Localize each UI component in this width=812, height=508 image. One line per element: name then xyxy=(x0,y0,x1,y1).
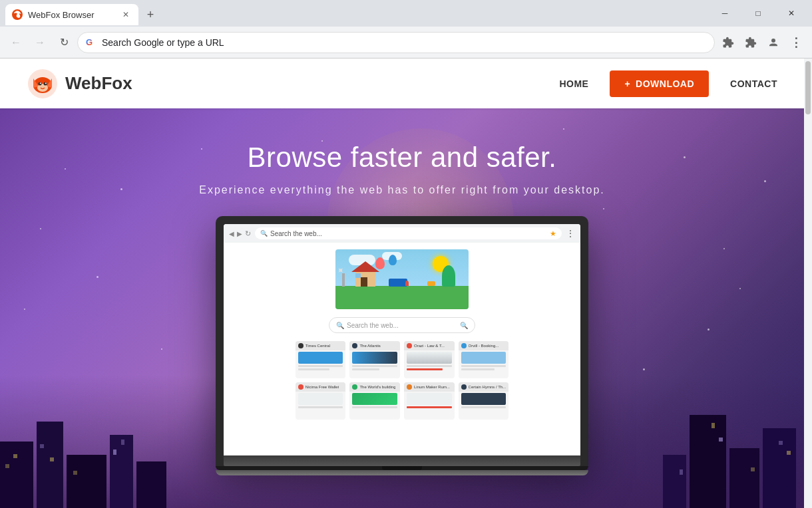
google-icon: G xyxy=(86,37,97,48)
minimize-button[interactable]: ─ xyxy=(710,3,740,24)
laptop-search-bar: 🔍 Search the web... 🔍 xyxy=(329,317,475,333)
illus-person xyxy=(405,281,409,286)
thumb-body-4 xyxy=(296,392,346,410)
laptop-nav: ◀ ▶ ↻ xyxy=(229,229,251,238)
thumb-line-3 xyxy=(352,365,397,367)
laptop-address-text: Search the web... xyxy=(270,230,322,237)
thumb-favicon-2 xyxy=(407,343,412,348)
maximize-button[interactable]: □ xyxy=(743,3,773,24)
laptop-forward-btn: ▶ xyxy=(237,230,242,237)
thumb-favicon-7 xyxy=(461,384,467,390)
thumb-line-2 xyxy=(298,368,329,370)
laptop-search-btn-icon: 🔍 xyxy=(460,322,468,329)
svg-point-6 xyxy=(39,82,42,85)
thumb-label-0: Times Central xyxy=(305,344,330,348)
laptop-mockup: ◀ ▶ ↻ 🔍 Search the web... ★ ⋮ xyxy=(216,216,588,475)
thumb-label-3: Orvill - Booking... xyxy=(469,344,499,348)
tab-bar: WebFox Browser ✕ + xyxy=(5,1,707,25)
thumb-header-2: Orazi - Law & T... xyxy=(404,341,455,350)
laptop-search-icon-inner: 🔍 xyxy=(336,322,344,329)
hero-subtext: Experience everything the web has to off… xyxy=(199,184,605,196)
thumb-item-0: Times Central xyxy=(296,341,346,378)
chrome-menu-icon[interactable]: ⋮ xyxy=(785,32,807,53)
close-button[interactable]: ✕ xyxy=(776,3,807,24)
thumb-image-6 xyxy=(407,393,452,405)
thumb-favicon xyxy=(298,343,304,348)
laptop-menu-icon: ⋮ xyxy=(566,228,575,239)
site-header: WebFox HOME + DOWNLOAD CONTACT xyxy=(0,59,804,108)
thumb-image-3 xyxy=(461,352,507,364)
thumb-col-2 xyxy=(407,352,452,370)
thumb-label-1: The Atlantis xyxy=(359,344,380,348)
thumb-item-6: Linum Maker Rum... xyxy=(404,382,455,420)
thumb-item-7: Certain Hymns / Th... xyxy=(459,382,509,420)
city-right xyxy=(663,402,796,508)
illus-animal xyxy=(427,281,435,286)
hero-text-container: Browse faster and safer. Experience ever… xyxy=(199,142,605,196)
forward-button[interactable]: → xyxy=(29,32,51,53)
thumb-item-2: Orazi - Law & T... xyxy=(404,341,455,378)
thumb-line-5 xyxy=(407,365,452,367)
thumb-col-3 xyxy=(461,352,507,370)
thumb-body-5 xyxy=(349,392,400,410)
illus-windmill xyxy=(342,273,345,287)
extensions-icon[interactable] xyxy=(717,32,739,53)
nav-contact-link[interactable]: CONTACT xyxy=(730,78,777,89)
window-controls: ─ □ ✕ xyxy=(710,3,807,24)
laptop-body: ◀ ▶ ↻ 🔍 Search the web... ★ ⋮ xyxy=(216,216,588,466)
logo-text: WebFox xyxy=(65,73,132,94)
reload-button[interactable]: ↻ xyxy=(53,32,75,53)
thumb-image-5 xyxy=(352,393,397,405)
illus-windmill-blades: ✦ xyxy=(335,264,347,277)
thumb-col xyxy=(298,352,343,370)
download-button[interactable]: + DOWNLOAD xyxy=(610,70,709,97)
thumb-body-3 xyxy=(459,350,509,372)
thumb-header-4: Nicima Free Wallet xyxy=(296,382,346,392)
tab-close-button[interactable]: ✕ xyxy=(120,9,132,21)
thumb-line-7 xyxy=(461,365,507,367)
thumb-body-1 xyxy=(349,350,400,372)
laptop-reload-btn: ↻ xyxy=(245,229,251,238)
thumb-col-7 xyxy=(461,393,507,408)
toolbar-icons: ⋮ xyxy=(717,32,807,53)
thumb-header-1: The Atlantis xyxy=(349,341,400,350)
website-content: WebFox HOME + DOWNLOAD CONTACT xyxy=(0,59,804,508)
laptop-star-icon: ★ xyxy=(550,229,556,238)
illus-window xyxy=(355,273,361,278)
profile-icon[interactable] xyxy=(763,32,784,53)
illus-roof xyxy=(351,261,379,272)
thumb-label-4: Nicima Free Wallet xyxy=(305,385,339,389)
thumb-item-1: The Atlantis xyxy=(349,341,400,378)
title-bar: WebFox Browser ✕ + ─ □ ✕ xyxy=(0,0,812,27)
illus-door xyxy=(361,277,367,287)
thumb-col-6 xyxy=(407,393,452,408)
thumb-image-1 xyxy=(352,352,397,364)
laptop-search-icon: 🔍 xyxy=(260,230,268,237)
url-input[interactable] xyxy=(102,37,706,48)
thumb-body-6 xyxy=(404,392,455,410)
active-tab[interactable]: WebFox Browser ✕ xyxy=(5,4,138,25)
nav-home-link[interactable]: HOME xyxy=(559,78,588,89)
thumb-image-2 xyxy=(407,352,452,364)
thumb-line-11 xyxy=(407,406,452,408)
laptop-thumbnails: Times Central xyxy=(289,338,515,422)
thumb-favicon-5 xyxy=(352,384,357,390)
laptop-browser-bar: ◀ ▶ ↻ 🔍 Search the web... ★ ⋮ xyxy=(224,224,580,243)
laptop-screen-content: ✦ xyxy=(224,243,580,455)
thumb-favicon-3 xyxy=(461,343,467,348)
illus-house xyxy=(355,271,375,287)
new-tab-button[interactable]: + xyxy=(141,5,160,24)
thumb-col-1 xyxy=(352,352,397,370)
scrollbar-thumb[interactable] xyxy=(805,61,811,114)
illus-balloon-2 xyxy=(389,255,397,265)
chrome-window: WebFox Browser ✕ + ─ □ ✕ ← → ↻ G xyxy=(0,0,812,508)
illus-tree xyxy=(442,265,455,287)
scrollbar[interactable] xyxy=(804,59,812,508)
thumb-favicon-4 xyxy=(298,384,304,390)
address-bar[interactable]: G xyxy=(77,32,715,53)
thumb-header-3: Orvill - Booking... xyxy=(459,341,509,350)
back-button[interactable]: ← xyxy=(5,32,27,53)
thumb-line-6 xyxy=(407,368,443,370)
thumb-item-4: Nicima Free Wallet xyxy=(296,382,346,420)
puzzle-piece-icon[interactable] xyxy=(740,32,761,53)
